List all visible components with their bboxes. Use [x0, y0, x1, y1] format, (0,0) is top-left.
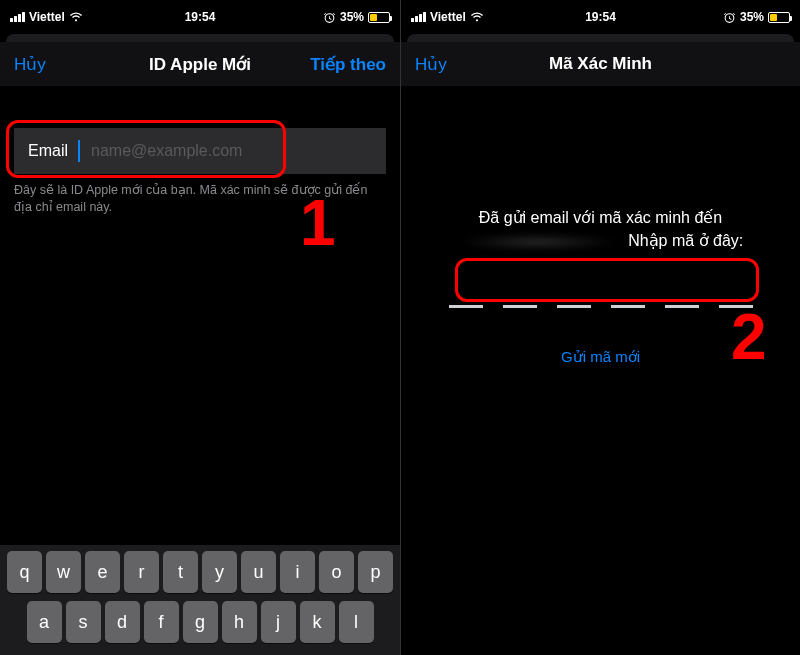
- key-e[interactable]: e: [85, 551, 120, 593]
- cancel-button[interactable]: Hủy: [415, 54, 447, 75]
- code-slot-6[interactable]: [719, 280, 753, 308]
- key-t[interactable]: t: [163, 551, 198, 593]
- key-i[interactable]: i: [280, 551, 315, 593]
- email-field-row[interactable]: Email: [14, 128, 386, 174]
- wifi-icon: [69, 12, 83, 22]
- battery-pct: 35%: [740, 10, 764, 24]
- code-slot-3[interactable]: [557, 280, 591, 308]
- resend-link[interactable]: Gửi mã mới: [401, 348, 800, 366]
- signal-icon: [411, 12, 426, 22]
- carrier-label: Viettel: [430, 10, 466, 24]
- key-f[interactable]: f: [144, 601, 179, 643]
- battery-pct: 35%: [340, 10, 364, 24]
- key-j[interactable]: j: [261, 601, 296, 643]
- key-u[interactable]: u: [241, 551, 276, 593]
- phone-screen-1: Viettel 19:54 35% Hủy ID Apple Mới Tiếp …: [0, 0, 400, 655]
- code-slot-5[interactable]: [665, 280, 699, 308]
- keyboard-row-2: asdfghjkl: [3, 601, 397, 643]
- verify-line-1: Đã gửi email với mã xác minh đến: [427, 206, 774, 229]
- key-l[interactable]: l: [339, 601, 374, 643]
- key-s[interactable]: s: [66, 601, 101, 643]
- keyboard-row-1: qwertyuiop: [3, 551, 397, 593]
- email-label: Email: [28, 142, 68, 160]
- text-cursor: [78, 140, 80, 162]
- clock: 19:54: [185, 10, 216, 24]
- helper-text: Đây sẽ là ID Apple mới của bạn. Mã xác m…: [14, 182, 386, 216]
- code-slot-2[interactable]: [503, 280, 537, 308]
- sheet-grabber: [407, 34, 794, 42]
- keyboard[interactable]: qwertyuiop asdfghjkl: [0, 545, 400, 655]
- alarm-icon: [323, 11, 336, 24]
- key-w[interactable]: w: [46, 551, 81, 593]
- key-q[interactable]: q: [7, 551, 42, 593]
- key-d[interactable]: d: [105, 601, 140, 643]
- redacted-email: [458, 234, 618, 250]
- battery-icon: [768, 12, 790, 23]
- nav-bar: Hủy Mã Xác Minh: [401, 42, 800, 86]
- signal-icon: [10, 12, 25, 22]
- alarm-icon: [723, 11, 736, 24]
- battery-icon: [368, 12, 390, 23]
- key-o[interactable]: o: [319, 551, 354, 593]
- page-title: Mã Xác Minh: [549, 54, 652, 74]
- key-g[interactable]: g: [183, 601, 218, 643]
- status-bar: Viettel 19:54 35%: [401, 0, 800, 34]
- code-slot-1[interactable]: [449, 280, 483, 308]
- status-bar: Viettel 19:54 35%: [0, 0, 400, 34]
- sheet-grabber: [6, 34, 394, 42]
- page-title: ID Apple Mới: [149, 54, 251, 75]
- key-a[interactable]: a: [27, 601, 62, 643]
- code-slot-4[interactable]: [611, 280, 645, 308]
- key-p[interactable]: p: [358, 551, 393, 593]
- verify-message: Đã gửi email với mã xác minh đến Nhập mã…: [427, 206, 774, 252]
- email-input[interactable]: [91, 142, 372, 160]
- clock: 19:54: [585, 10, 616, 24]
- verify-suffix: Nhập mã ở đây:: [628, 232, 743, 249]
- key-r[interactable]: r: [124, 551, 159, 593]
- nav-bar: Hủy ID Apple Mới Tiếp theo: [0, 42, 400, 86]
- code-input[interactable]: [401, 280, 800, 308]
- carrier-label: Viettel: [29, 10, 65, 24]
- cancel-button[interactable]: Hủy: [14, 54, 46, 75]
- phone-screen-2: Viettel 19:54 35% Hủy Mã Xác Minh Đã gửi…: [400, 0, 800, 655]
- key-h[interactable]: h: [222, 601, 257, 643]
- wifi-icon: [470, 12, 484, 22]
- next-button[interactable]: Tiếp theo: [310, 54, 386, 75]
- key-y[interactable]: y: [202, 551, 237, 593]
- key-k[interactable]: k: [300, 601, 335, 643]
